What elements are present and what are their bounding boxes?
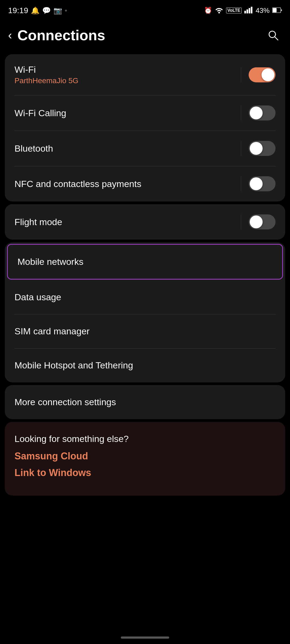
bluetooth-item[interactable]: Bluetooth [5, 131, 285, 166]
header-left: ‹ Connections [8, 27, 105, 43]
flight-mode-toggle[interactable] [249, 214, 276, 229]
wifi-item-left: Wi-Fi ParthHeemaJio 5G [15, 64, 78, 85]
wifi-calling-toggle-thumb [250, 107, 263, 119]
wifi-toggle-thumb [262, 68, 274, 81]
wifi-calling-title: Wi-Fi Calling [15, 108, 66, 118]
bluetooth-left: Bluetooth [15, 143, 53, 154]
wifi-subtitle: ParthHeemaJio 5G [15, 76, 78, 85]
looking-card: Looking for something else? Samsung Clou… [5, 422, 285, 496]
toggle-divider-2 [241, 105, 241, 120]
status-time: 19:19 [8, 6, 28, 15]
svg-rect-0 [244, 11, 246, 13]
spacer [0, 498, 290, 520]
battery-text: 43% [256, 6, 270, 15]
wifi-item[interactable]: Wi-Fi ParthHeemaJio 5G [5, 54, 285, 95]
hotspot-item[interactable]: Mobile Hotspot and Tethering [5, 348, 285, 382]
svg-rect-5 [273, 8, 277, 12]
wifi-calling-item[interactable]: Wi-Fi Calling [5, 95, 285, 131]
battery-icon [272, 6, 282, 15]
flight-mode-item[interactable]: Flight mode [5, 204, 285, 240]
search-button[interactable] [266, 28, 280, 42]
samsung-cloud-link[interactable]: Samsung Cloud [15, 451, 276, 462]
more-connection-card: More connection settings [5, 385, 285, 419]
hotspot-title: Mobile Hotspot and Tethering [15, 360, 133, 371]
data-usage-title: Data usage [15, 292, 61, 302]
nfc-toggle[interactable] [249, 176, 276, 191]
nfc-toggle-thumb [250, 177, 263, 190]
alert-icon: 🔔 [31, 6, 39, 15]
mobile-networks-item[interactable]: Mobile networks [7, 244, 283, 280]
nfc-toggle-container [241, 176, 276, 191]
alarm-icon: ⏰ [204, 7, 212, 14]
bluetooth-toggle[interactable] [249, 141, 276, 156]
wifi-calling-toggle[interactable] [249, 105, 276, 120]
flight-mode-title: Flight mode [15, 217, 62, 227]
toggle-divider-3 [241, 141, 241, 156]
status-right: ⏰ VoLTE 43% [204, 6, 282, 15]
bluetooth-toggle-container [241, 141, 276, 156]
sim-card-item[interactable]: SIM card manager [5, 314, 285, 348]
volte-badge: VoLTE [226, 8, 242, 13]
wifi-card: Wi-Fi ParthHeemaJio 5G Wi-Fi Calling Blu… [5, 54, 285, 202]
flight-mode-toggle-thumb [250, 215, 263, 228]
dot-icon: • [65, 6, 67, 15]
wifi-title: Wi-Fi [15, 64, 78, 75]
more-connection-item[interactable]: More connection settings [5, 385, 285, 419]
nfc-left: NFC and contactless payments [15, 179, 141, 189]
message-icon: 💬 [42, 6, 51, 15]
mobile-card: Mobile networks Data usage SIM card mana… [5, 242, 285, 382]
status-bar: 19:19 🔔 💬 📷 • ⏰ VoLTE 43% [0, 0, 290, 19]
flight-mode-card: Flight mode [5, 204, 285, 240]
link-to-windows-link[interactable]: Link to Windows [15, 467, 276, 478]
back-button[interactable]: ‹ [8, 28, 12, 42]
page-title: Connections [17, 27, 105, 43]
data-usage-item[interactable]: Data usage [5, 280, 285, 314]
mobile-networks-title: Mobile networks [17, 257, 84, 267]
bluetooth-title: Bluetooth [15, 143, 53, 154]
more-connection-title: More connection settings [15, 397, 116, 407]
home-indicator [121, 636, 169, 639]
nfc-item[interactable]: NFC and contactless payments [5, 166, 285, 202]
sim-card-title: SIM card manager [15, 326, 90, 336]
bluetooth-toggle-thumb [250, 142, 263, 155]
wifi-icon [215, 6, 223, 15]
signal-icon [244, 6, 253, 15]
toggle-divider [241, 67, 241, 82]
wifi-calling-toggle-container [241, 105, 276, 120]
flight-mode-left: Flight mode [15, 217, 62, 227]
header: ‹ Connections [0, 19, 290, 52]
flight-mode-toggle-container [241, 214, 276, 229]
svg-rect-3 [251, 7, 252, 13]
nfc-title: NFC and contactless payments [15, 179, 141, 189]
wifi-calling-left: Wi-Fi Calling [15, 108, 66, 118]
svg-rect-1 [247, 9, 248, 13]
toggle-divider-4 [241, 176, 241, 191]
toggle-divider-5 [241, 214, 241, 229]
wifi-toggle[interactable] [249, 67, 276, 82]
looking-prompt: Looking for something else? [15, 434, 276, 444]
svg-line-7 [275, 37, 278, 40]
wifi-toggle-container [241, 67, 276, 82]
status-left: 19:19 🔔 💬 📷 • [8, 6, 67, 15]
instagram-icon: 📷 [53, 6, 62, 15]
svg-rect-2 [249, 8, 250, 13]
mobile-networks-wrapper: Mobile networks [5, 242, 285, 280]
